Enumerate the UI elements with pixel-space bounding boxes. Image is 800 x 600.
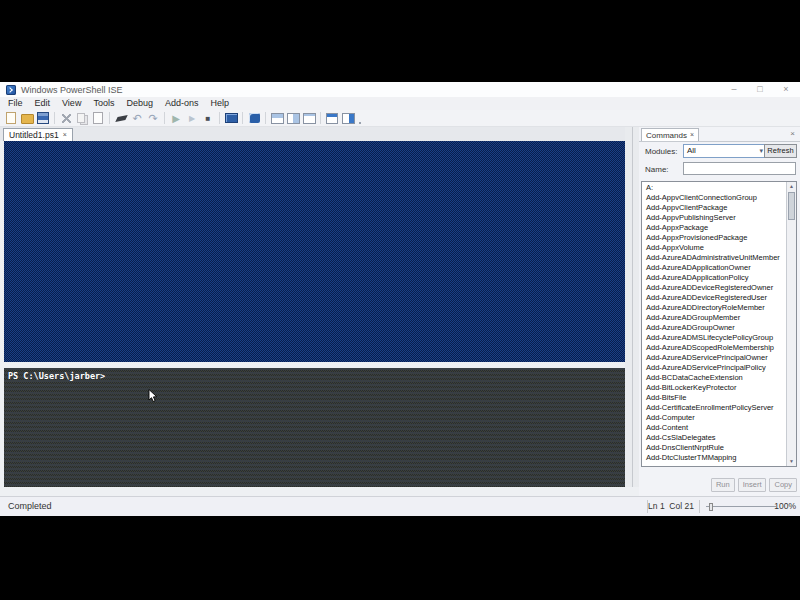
command-list-item[interactable]: Add-AzureADServicePrincipalOwner [643,353,785,363]
script-pane-right-icon[interactable] [286,111,300,125]
command-list-item[interactable]: Add-AzureADAdministrativeUnitMember [643,253,785,263]
save-icon[interactable] [36,111,50,125]
menu-edit[interactable]: Edit [29,97,57,110]
show-command-window-icon[interactable] [325,111,339,125]
insert-button[interactable]: Insert [738,478,767,492]
copy-button[interactable]: Copy [769,478,797,492]
separator [217,111,222,125]
line-col-indicator: Ln 1 Col 21 [648,501,694,511]
tab-commands[interactable]: Commands × [641,128,699,141]
command-list-item[interactable]: Add-AppxPackage [643,223,785,233]
console-pane[interactable]: PS C:\Users\jarber> [4,368,625,487]
copy-icon[interactable] [75,111,89,125]
status-text: Completed [8,501,52,511]
open-script-icon[interactable] [20,111,34,125]
title-bar: Windows PowerShell ISE – □ × [0,82,800,97]
redo-icon[interactable]: ↷ [146,111,160,125]
name-filter-input[interactable] [683,162,796,175]
menu-tools[interactable]: Tools [87,97,120,110]
run-selection-icon[interactable]: ▶ [185,111,199,125]
refresh-button[interactable]: Refresh [764,144,797,158]
maximize-button[interactable]: □ [754,83,766,96]
clear-console-icon[interactable] [114,111,128,125]
command-list-item[interactable]: Add-AzureADScopedRoleMembership [643,343,785,353]
command-list-item[interactable]: Add-BitLockerKeyProtector [643,383,785,393]
show-command-addon-icon[interactable] [341,111,355,125]
minimize-button[interactable]: – [728,83,740,96]
command-list-item[interactable]: Add-AzureADDirectoryRoleMember [643,303,785,313]
command-list-item[interactable]: Add-AzureADDeviceRegisteredOwner [643,283,785,293]
script-pane-maximized-icon[interactable] [302,111,316,125]
zoom-slider-thumb[interactable] [709,503,713,511]
command-list-scrollbar[interactable]: ▲ ▼ [786,182,796,466]
start-powershell-icon[interactable] [247,111,261,125]
stop-operation-icon[interactable]: ■ [201,111,215,125]
new-remote-powershell-tab-icon[interactable] [224,111,238,125]
command-list-item[interactable]: A: [643,183,785,193]
command-list-item[interactable]: Add-AzureADDeviceRegisteredUser [643,293,785,303]
script-editor-pane[interactable] [4,141,625,362]
modules-label: Modules: [645,147,677,156]
run-script-icon[interactable]: ▶ [169,111,183,125]
command-list-item[interactable]: Add-AzureADGroupMember [643,313,785,323]
divider [639,141,800,142]
menu-file[interactable]: File [2,97,29,110]
command-list-item[interactable]: Add-AppvClientPackage [643,203,785,213]
command-list-item[interactable]: Add-CertificateEnrollmentPolicyServer [643,403,785,413]
menu-debug[interactable]: Debug [120,97,159,110]
command-list-item[interactable]: Add-Content [643,423,785,433]
commands-tab-close-icon[interactable]: × [690,131,694,139]
command-list-item[interactable]: Add-AppxProvisionedPackage [643,233,785,243]
zoom-slider-track [706,506,776,507]
command-list-item[interactable]: Add-DnsClientNrptRule [643,443,785,453]
commands-tab-label: Commands [646,131,687,140]
status-bar: Completed Ln 1 Col 21 100% [0,496,800,516]
paste-icon[interactable] [91,111,105,125]
powershell-ise-window: Windows PowerShell ISE – □ × File Edit V… [0,82,800,516]
command-list-item[interactable]: Add-DtcClusterTMMapping [643,453,785,463]
cut-icon[interactable] [59,111,73,125]
zoom-level: 100% [774,501,796,511]
separator [52,111,57,125]
tab-untitled1[interactable]: Untitled1.ps1 × [3,128,73,141]
separator [263,111,268,125]
powershell-icon [6,85,16,95]
chevron-down-icon: ▾ [759,147,763,155]
scrollbar-thumb[interactable] [788,192,795,220]
name-label: Name: [645,165,669,174]
command-list-item[interactable]: Add-CsSlaDelegates [643,433,785,443]
command-list-item[interactable]: Add-AppxVolume [643,243,785,253]
command-list-item[interactable]: Add-AzureADServicePrincipalPolicy [643,363,785,373]
scroll-up-icon[interactable]: ▲ [787,182,796,191]
tab-close-icon[interactable]: × [63,131,67,139]
command-list-item[interactable]: Add-BCDataCacheExtension [643,373,785,383]
window-title: Windows PowerShell ISE [21,85,123,95]
separator [240,111,245,125]
commands-panel-close-icon[interactable]: × [790,129,795,138]
new-script-icon[interactable] [4,111,18,125]
menu-add-ons[interactable]: Add-ons [159,97,205,110]
command-list-item[interactable]: Add-AzureADMSLifecyclePolicyGroup [643,333,785,343]
menu-view[interactable]: View [56,97,87,110]
run-button[interactable]: Run [711,478,735,492]
command-list-item[interactable]: Add-AzureADGroupOwner [643,323,785,333]
script-tab-strip: Untitled1.ps1 × [0,127,627,141]
script-pane-top-icon[interactable] [270,111,284,125]
console-prompt: PS C:\Users\jarber> [8,371,105,381]
separator [107,111,112,125]
commands-pane-splitter[interactable] [625,127,639,487]
command-list-item[interactable]: Add-AppvPublishingServer [643,213,785,223]
close-button[interactable]: × [780,83,792,96]
undo-icon[interactable]: ↶ [130,111,144,125]
command-list-item[interactable]: Add-AzureADApplicationOwner [643,263,785,273]
scroll-down-icon[interactable]: ▼ [787,457,796,466]
toolbar: ↶ ↷ ▶ ▶ ■ [0,110,800,127]
command-list-item[interactable]: Add-BitsFile [643,393,785,403]
zoom-slider[interactable] [706,503,776,511]
commands-pane: Commands × × Modules: All ▾ Refresh Name… [639,127,800,496]
modules-dropdown[interactable]: All ▾ [683,144,766,158]
command-list-item[interactable]: Add-AppvClientConnectionGroup [643,193,785,203]
command-list-item[interactable]: Add-Computer [643,413,785,423]
command-list-item[interactable]: Add-AzureADApplicationPolicy [643,273,785,283]
menu-help[interactable]: Help [204,97,235,110]
